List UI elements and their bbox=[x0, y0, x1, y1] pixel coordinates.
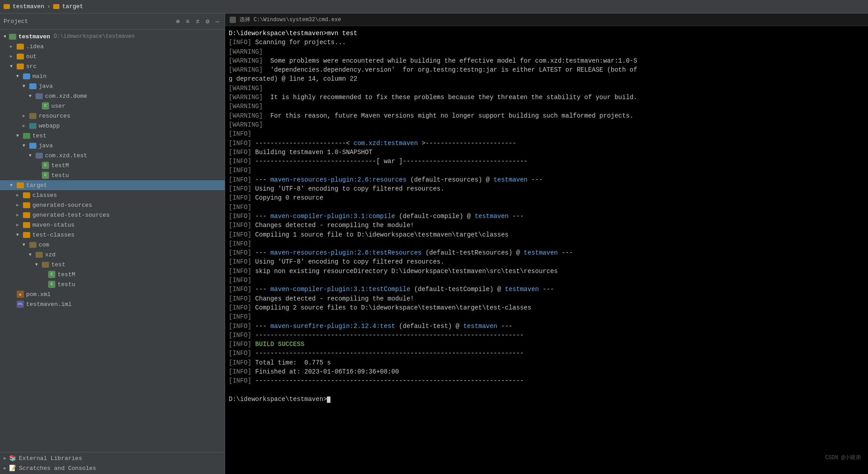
tree-classes[interactable]: ▶ classes bbox=[0, 190, 225, 200]
testM-class-icon: C bbox=[42, 162, 49, 169]
breadcrumb-testmaven[interactable]: testmaven bbox=[13, 3, 44, 10]
testu2-label: testu bbox=[58, 281, 75, 288]
com-label: com bbox=[39, 242, 49, 248]
term-line-prompt: D:\ideworkspace\testmaven> bbox=[229, 395, 864, 404]
term-line-33: [INFO] ---------------------------------… bbox=[229, 331, 864, 340]
term-line-21: [INFO] Changes detected - recompiling th… bbox=[229, 221, 864, 230]
scratches-arrow: ▶ bbox=[4, 465, 6, 471]
tree-test-xzd[interactable]: ▼ test bbox=[0, 260, 225, 269]
target-label: target bbox=[26, 182, 47, 189]
user-label: user bbox=[51, 103, 65, 109]
term-line-31: [INFO] bbox=[229, 312, 864, 321]
term-line-14: [INFO] --------------------------------[… bbox=[229, 157, 864, 166]
term-line-4: [WARNING] 'dependencies.dependency.versi… bbox=[229, 65, 864, 74]
term-line-16: [INFO] --- maven-resources-plugin:2.6:re… bbox=[229, 175, 864, 184]
maven-status-folder-icon bbox=[23, 222, 30, 228]
tree-webapp[interactable]: ▶ webapp bbox=[0, 121, 225, 131]
maven-status-label: maven-status bbox=[32, 222, 75, 228]
tree-java-main[interactable]: ▼ java bbox=[0, 81, 225, 91]
tree-testM[interactable]: C testM bbox=[0, 160, 225, 170]
pomxml-icon: m bbox=[17, 291, 24, 298]
webapp-label: webapp bbox=[39, 123, 60, 129]
term-line-36: [INFO] Total time: 0.775 s bbox=[229, 358, 864, 367]
term-line-24: [INFO] --- maven-resources-plugin:2.6:te… bbox=[229, 248, 864, 257]
ext-libs-icon: 📚 bbox=[9, 455, 16, 462]
testmaveniml-icon: IML bbox=[17, 301, 24, 308]
locate-icon[interactable]: ⊕ bbox=[174, 18, 181, 25]
arrow-comxzdtest: ▼ bbox=[27, 153, 33, 158]
arrow-test-src: ▼ bbox=[14, 133, 21, 138]
arrow-maven-status: ▶ bbox=[14, 222, 21, 228]
tree-comxzddome[interactable]: ▼ com.xzd.dome bbox=[0, 91, 225, 101]
arrow-test-classes: ▼ bbox=[14, 232, 21, 237]
test-src-label: test bbox=[32, 132, 46, 139]
term-line-37: [INFO] Finished at: 2023-01-06T16:09:36+… bbox=[229, 367, 864, 376]
tree-maven-status[interactable]: ▶ maven-status bbox=[0, 220, 225, 230]
tree-root-testmaven[interactable]: ▼ testmaven D:\ideworkspace\testmaven bbox=[0, 32, 225, 41]
term-line-10: [WARNING] bbox=[229, 120, 864, 129]
external-libraries-item[interactable]: ▶ 📚 External Libraries bbox=[0, 453, 225, 463]
watermark: CSDN @小猪弟 bbox=[825, 454, 861, 461]
tree-src[interactable]: ▼ src bbox=[0, 61, 225, 71]
tree-main[interactable]: ▼ main bbox=[0, 71, 225, 81]
term-line-6: [WARNING] bbox=[229, 84, 864, 93]
test-xzd-folder-icon bbox=[42, 262, 49, 268]
settings-icon[interactable]: ⚙ bbox=[204, 18, 211, 25]
test-classes-folder-icon bbox=[23, 232, 30, 238]
main-label: main bbox=[32, 73, 46, 80]
term-line-17: [INFO] Using 'UTF-8' encoding to copy fi… bbox=[229, 184, 864, 193]
hide-icon[interactable]: — bbox=[214, 18, 221, 25]
sidebar: Project ⊕ ≡ ≠ ⚙ — ▼ testmaven D:\idework… bbox=[0, 14, 225, 474]
tree-comxzdtest[interactable]: ▼ com.xzd.test bbox=[0, 150, 225, 160]
out-folder-icon bbox=[17, 54, 24, 59]
arrow-classes: ▶ bbox=[14, 192, 21, 198]
arrow-out: ▶ bbox=[8, 54, 14, 59]
tree-testmaveniml[interactable]: IML testmaven.iml bbox=[0, 299, 225, 309]
tree-test-classes[interactable]: ▼ test-classes bbox=[0, 230, 225, 240]
terminal-content[interactable]: D:\ideworkspace\testmaven>mvn test [INFO… bbox=[225, 26, 868, 474]
testmaven-label: testmaven bbox=[18, 33, 50, 40]
out-label: out bbox=[26, 53, 36, 60]
arrow-webapp: ▶ bbox=[21, 123, 27, 128]
tree-testM2[interactable]: C testM bbox=[0, 269, 225, 279]
term-line-cmd: D:\ideworkspace\testmaven>mvn test bbox=[229, 29, 864, 38]
tree-generated-sources[interactable]: ▶ generated-sources bbox=[0, 200, 225, 210]
scratches-consoles-item[interactable]: ▶ 📝 Scratches and Consoles bbox=[0, 463, 225, 473]
tree-testu[interactable]: C testu bbox=[0, 170, 225, 180]
src-folder-icon bbox=[17, 64, 24, 69]
arrow-gen-sources: ▶ bbox=[14, 202, 21, 208]
term-line-25: [INFO] Using 'UTF-8' encoding to copy fi… bbox=[229, 257, 864, 266]
term-cursor bbox=[327, 397, 330, 403]
expand-all-icon[interactable]: ≡ bbox=[184, 18, 191, 25]
tree-java-test[interactable]: ▼ java bbox=[0, 141, 225, 150]
resources-folder-icon bbox=[29, 113, 36, 119]
term-line-11: [INFO] bbox=[229, 129, 864, 138]
collapse-all-icon[interactable]: ≠ bbox=[194, 18, 201, 25]
terminal-title: 选择 C:\Windows\system32\cmd.exe bbox=[240, 16, 341, 23]
breadcrumb-target[interactable]: target bbox=[62, 3, 83, 10]
arrow-idea: ▶ bbox=[8, 44, 14, 49]
term-line-20: [INFO] --- maven-compiler-plugin:3.1:com… bbox=[229, 212, 864, 221]
tree-pomxml[interactable]: m pom.xml bbox=[0, 289, 225, 299]
xzd-label: xzd bbox=[45, 251, 55, 258]
tree-testu2[interactable]: C testu bbox=[0, 279, 225, 289]
term-line-7: [WARNING] It is highly recommended to fi… bbox=[229, 93, 864, 102]
tree-generated-test-sources[interactable]: ▶ generated-test-sources bbox=[0, 210, 225, 220]
user-class-icon: C bbox=[42, 102, 49, 109]
tree-test-src[interactable]: ▼ test bbox=[0, 131, 225, 141]
main-area: Project ⊕ ≡ ≠ ⚙ — ▼ testmaven D:\idework… bbox=[0, 14, 868, 474]
testu-label: testu bbox=[51, 172, 69, 179]
comxzddome-label: com.xzd.dome bbox=[45, 93, 87, 100]
term-line-38: [INFO] ---------------------------------… bbox=[229, 376, 864, 385]
webapp-folder-icon bbox=[29, 123, 36, 129]
java-test-folder-icon bbox=[29, 143, 36, 149]
tree-com[interactable]: ▼ com bbox=[0, 240, 225, 250]
test-folder-icon bbox=[23, 133, 30, 139]
tree-user[interactable]: C user bbox=[0, 101, 225, 111]
tree-xzd[interactable]: ▼ xzd bbox=[0, 250, 225, 260]
tree-target[interactable]: ▼ target bbox=[0, 180, 225, 190]
main-folder-icon bbox=[23, 73, 30, 79]
tree-resources[interactable]: ▶ resources bbox=[0, 111, 225, 121]
tree-idea[interactable]: ▶ .idea bbox=[0, 41, 225, 51]
tree-out[interactable]: ▶ out bbox=[0, 51, 225, 61]
